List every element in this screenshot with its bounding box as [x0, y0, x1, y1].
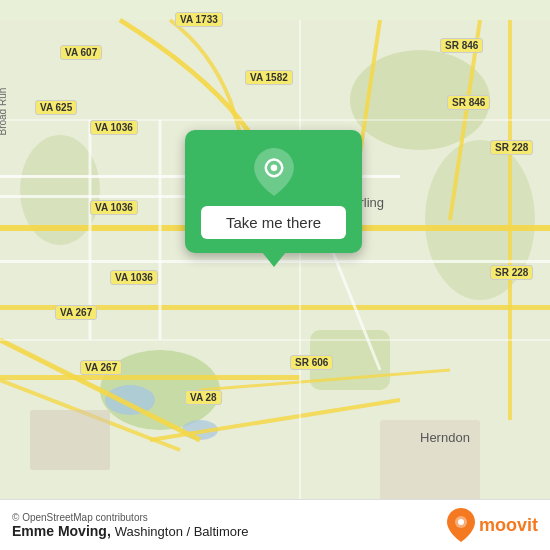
road-label-sr228-1: SR 228	[490, 140, 533, 155]
info-bar: © OpenStreetMap contributors Emme Moving…	[0, 499, 550, 550]
info-bar-left: © OpenStreetMap contributors Emme Moving…	[12, 512, 249, 539]
road-label-va1036-2: VA 1036	[90, 200, 138, 215]
road-label-broad-run: Broad Run	[0, 88, 8, 136]
road-label-va267-2: VA 267	[80, 360, 122, 375]
road-label-sr846-1: SR 846	[440, 38, 483, 53]
road-label-va1036-1: VA 1036	[90, 120, 138, 135]
svg-rect-10	[0, 375, 300, 380]
road-label-va607: VA 607	[60, 45, 102, 60]
map-container: VA 1733 VA 607 SR 846 SR 846 VA 1582 VA …	[0, 0, 550, 550]
road-label-sr846-2: SR 846	[447, 95, 490, 110]
road-label-va267-1: VA 267	[55, 305, 97, 320]
svg-rect-27	[30, 410, 110, 470]
svg-point-32	[458, 519, 464, 525]
svg-point-30	[270, 165, 277, 172]
road-label-va28: VA 28	[185, 390, 222, 405]
road-label-sr606: SR 606	[290, 355, 333, 370]
road-label-va625: VA 625	[35, 100, 77, 115]
popup-card: Take me there	[185, 130, 362, 253]
osm-attribution: © OpenStreetMap contributors	[12, 512, 249, 523]
moovit-text: moovit	[479, 515, 538, 536]
moovit-pin-icon	[447, 508, 475, 542]
road-label-va1582: VA 1582	[245, 70, 293, 85]
road-label-va1036-3: VA 1036	[110, 270, 158, 285]
location-name: Emme Moving, Washington / Baltimore	[12, 523, 249, 539]
svg-point-6	[105, 385, 155, 415]
road-label-sr228-2: SR 228	[490, 265, 533, 280]
road-label-va1733: VA 1733	[175, 12, 223, 27]
moovit-logo: moovit	[447, 508, 538, 542]
take-me-there-button[interactable]: Take me there	[201, 206, 346, 239]
map-label-herndon: Herndon	[420, 430, 470, 445]
location-pin-icon	[250, 148, 298, 196]
